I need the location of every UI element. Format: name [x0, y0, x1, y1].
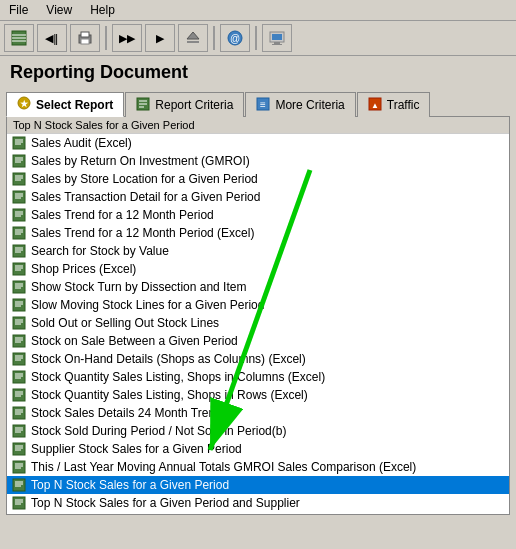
report-item-label: Stock On-Hand Details (Shops as Columns)…	[31, 352, 306, 366]
svg-rect-12	[272, 34, 282, 40]
toolbar-sep-3	[255, 26, 257, 50]
report-item-icon	[11, 135, 27, 151]
tab-traffic[interactable]: ▲ Traffic	[357, 92, 431, 117]
report-criteria-icon	[136, 97, 150, 114]
svg-rect-81	[13, 389, 25, 401]
report-item-icon	[11, 171, 27, 187]
report-item-label: Top N Stock Sales for a Given Period and…	[31, 496, 300, 510]
list-item[interactable]: Stock Quantity Sales Listing, Shops in C…	[7, 368, 509, 386]
svg-rect-97	[13, 461, 25, 473]
list-item[interactable]: Stock Sold During Period / Not Sold in P…	[7, 422, 509, 440]
toolbar-sep-1	[105, 26, 107, 50]
list-item[interactable]: Sold Out or Selling Out Stock Lines	[7, 314, 509, 332]
report-item-label: Slow Moving Stock Lines for a Given Peri…	[31, 298, 264, 312]
list-item[interactable]: Slow Moving Stock Lines for a Given Peri…	[7, 296, 509, 314]
list-item[interactable]: Show Stock Turn by Dissection and Item	[7, 278, 509, 296]
tab-traffic-label: Traffic	[387, 98, 420, 112]
traffic-icon: ▲	[368, 97, 382, 114]
tab-report-criteria[interactable]: Report Criteria	[125, 92, 244, 117]
report-item-label: Sales Trend for a 12 Month Period	[31, 208, 214, 222]
list-item[interactable]: Stock Sales Details 24 Month Trend	[7, 404, 509, 422]
list-item[interactable]: Search for Stock by Value	[7, 242, 509, 260]
tab-more-criteria[interactable]: ≡ More Criteria	[245, 92, 355, 117]
list-item[interactable]: Sales by Return On Investment (GMROI)	[7, 152, 509, 170]
list-item[interactable]: Sales Trend for a 12 Month Period (Excel…	[7, 224, 509, 242]
report-item-label: Sales Audit (Excel)	[31, 136, 132, 150]
tab-select-report-label: Select Report	[36, 98, 113, 112]
toolbar-print-btn[interactable]	[70, 24, 100, 52]
report-item-icon	[11, 423, 27, 439]
toolbar-forward-btn[interactable]: ▶▶	[112, 24, 142, 52]
toolbar: ◀‖ ▶▶ ▶ @	[0, 21, 516, 56]
toolbar-computer-btn[interactable]	[262, 24, 292, 52]
svg-rect-57	[13, 281, 25, 293]
report-item-icon	[11, 261, 27, 277]
report-item-icon	[11, 477, 27, 493]
report-item-label: Top N Stock Sales for a Given Period	[31, 478, 229, 492]
menu-file[interactable]: File	[6, 2, 31, 18]
svg-rect-13	[274, 42, 280, 44]
report-item-label: Stock Sales Details 24 Month Trend	[31, 406, 222, 420]
report-item-label: Shop Prices (Excel)	[31, 262, 136, 276]
list-item[interactable]: Sales Trend for a 12 Month Period	[7, 206, 509, 224]
report-item-icon	[11, 441, 27, 457]
svg-rect-29	[13, 155, 25, 167]
report-item-icon	[11, 405, 27, 421]
list-item[interactable]: Top N Stock Sales for a Given Period and…	[7, 494, 509, 512]
toolbar-home-btn[interactable]	[4, 24, 34, 52]
toolbar-sep-2	[213, 26, 215, 50]
toolbar-back-btn[interactable]: ◀‖	[37, 24, 67, 52]
report-item-label: Stock Quantity Sales Listing, Shops in R…	[31, 388, 308, 402]
svg-rect-89	[13, 425, 25, 437]
report-item-label: Search for Stock by Value	[31, 244, 169, 258]
report-item-label: Sold Out or Selling Out Stock Lines	[31, 316, 219, 330]
list-item[interactable]: Shop Prices (Excel)	[7, 260, 509, 278]
report-item-label: Sales by Store Location for a Given Peri…	[31, 172, 258, 186]
report-item-icon	[11, 333, 27, 349]
svg-rect-53	[13, 263, 25, 275]
svg-rect-45	[13, 227, 25, 239]
toolbar-eject-btn[interactable]	[178, 24, 208, 52]
report-item-icon	[11, 495, 27, 511]
report-item-icon	[11, 459, 27, 475]
svg-text:▲: ▲	[371, 101, 379, 110]
report-item-label: Sales Trend for a 12 Month Period (Excel…	[31, 226, 254, 240]
svg-rect-33	[13, 173, 25, 185]
content-area: Top N Stock Sales for a Given Period Sal…	[6, 116, 510, 515]
svg-rect-73	[13, 353, 25, 365]
svg-rect-69	[13, 335, 25, 347]
tab-report-criteria-label: Report Criteria	[155, 98, 233, 112]
report-item-icon	[11, 189, 27, 205]
report-item-label: Supplier Stock Sales for a Given Period	[31, 442, 242, 456]
report-item-label: Sales by Return On Investment (GMROI)	[31, 154, 250, 168]
list-item[interactable]: Stock Quantity Sales Listing, Shops in R…	[7, 386, 509, 404]
list-item[interactable]: Sales Transaction Detail for a Given Per…	[7, 188, 509, 206]
list-item[interactable]: Top N Stock Sales for a Given Period	[7, 476, 509, 494]
list-item[interactable]: This / Last Year Moving Annual Totals GM…	[7, 458, 509, 476]
menu-view[interactable]: View	[43, 2, 75, 18]
toolbar-email-btn[interactable]: @	[220, 24, 250, 52]
report-item-icon	[11, 369, 27, 385]
list-item[interactable]: Sales by Store Location for a Given Peri…	[7, 170, 509, 188]
svg-rect-37	[13, 191, 25, 203]
report-item-icon	[11, 315, 27, 331]
list-item[interactable]: Supplier Stock Sales for a Given Period	[7, 440, 509, 458]
report-item-label: Stock Sold During Period / Not Sold in P…	[31, 424, 286, 438]
breadcrumb: Top N Stock Sales for a Given Period	[7, 117, 509, 134]
report-item-label: Weekly Location Targets	[31, 514, 161, 515]
svg-rect-25	[13, 137, 25, 149]
report-item-icon	[11, 207, 27, 223]
toolbar-fwd2-btn[interactable]: ▶	[145, 24, 175, 52]
svg-text:≡: ≡	[260, 99, 266, 110]
list-item[interactable]: Sales Audit (Excel)	[7, 134, 509, 152]
svg-rect-65	[13, 317, 25, 329]
list-item[interactable]: Stock on Sale Between a Given Period	[7, 332, 509, 350]
menu-help[interactable]: Help	[87, 2, 118, 18]
list-item[interactable]: Weekly Location Targets	[7, 512, 509, 515]
svg-rect-41	[13, 209, 25, 221]
report-item-label: Sales Transaction Detail for a Given Per…	[31, 190, 260, 204]
menu-bar: File View Help	[0, 0, 516, 21]
svg-rect-8	[187, 41, 199, 43]
tab-select-report[interactable]: ★ Select Report	[6, 92, 124, 117]
list-item[interactable]: Stock On-Hand Details (Shops as Columns)…	[7, 350, 509, 368]
